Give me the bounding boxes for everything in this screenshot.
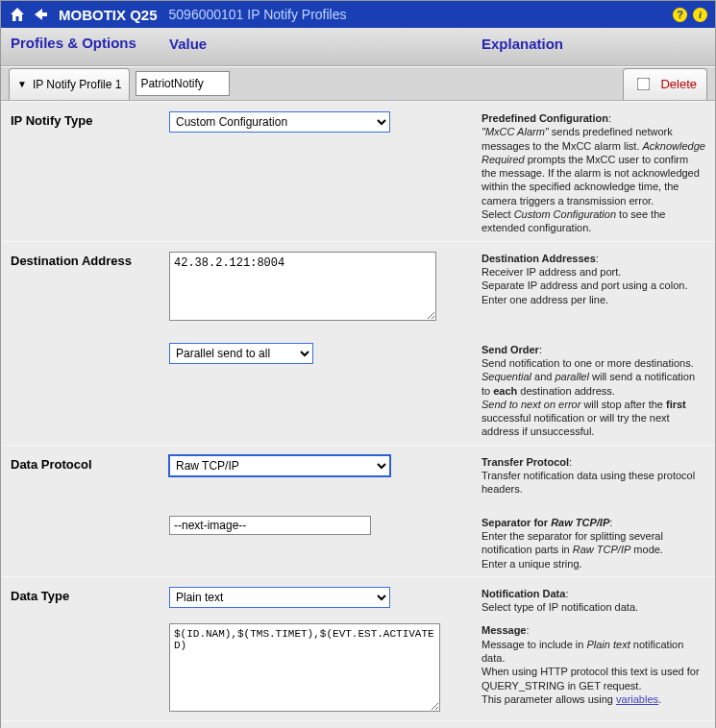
textarea-destination[interactable]: 42.38.2.121:8004 [169,252,436,321]
delete-checkbox[interactable] [637,78,651,91]
help-icon[interactable]: ? [673,8,687,22]
info-icon[interactable]: i [693,8,707,22]
row-destination: Destination Address 42.38.2.121:8004 Des… [1,241,715,329]
brand-title: MOBOTIX Q25 [59,7,158,23]
expl-ip-notify-type: Predefined Configuration: "MxCC Alarm" s… [481,111,705,235]
profile-tab-row: ▼ IP Notify Profile 1 Delete [1,66,715,101]
select-ip-notify-type[interactable]: Custom Configuration [169,111,390,133]
profile-tab-label: IP Notify Profile 1 [33,78,121,91]
label-data-type: Data Type [11,587,169,615]
label-data-protocol: Data Protocol [11,455,169,497]
select-send-order[interactable]: Parallel send to all [169,343,313,364]
select-data-type[interactable]: Plain text [169,587,390,608]
input-separator[interactable] [169,516,371,535]
back-icon[interactable] [32,7,49,22]
home-icon[interactable] [9,7,26,22]
row-send-order: Parallel send to all Send Order: Send no… [1,329,715,445]
form-body: IP Notify Type Custom Configuration Pred… [1,101,715,728]
row-data-protocol: Data Protocol Raw TCP/IP Transfer Protoc… [1,445,715,502]
expl-message: Message: Message to include in Plain tex… [481,623,705,715]
row-message: $(ID.NAM),$(TMS.TIMET),$(EVT.EST.ACTIVAT… [1,619,715,720]
col-header-value: Value [169,36,481,52]
select-data-protocol[interactable]: Raw TCP/IP [169,455,390,476]
row-data-type: Data Type Plain text Notification Data: … [1,576,715,620]
row-send-port: Send Port Port Number: Send a message fr… [1,720,715,728]
caret-down-icon: ▼ [17,79,27,89]
expl-separator: Separator for Raw TCP/IP: Enter the sepa… [481,506,705,570]
expl-send-order: Send Order: Send notification to one or … [481,333,705,439]
delete-label[interactable]: Delete [660,77,697,91]
row-separator: Separator for Raw TCP/IP: Enter the sepa… [1,502,715,576]
label-destination: Destination Address [11,252,169,324]
link-variables[interactable]: variables [616,693,658,705]
app-window: MOBOTIX Q25 5096000101 IP Notify Profile… [0,0,716,728]
expl-data-type: Notification Data: Select type of IP not… [481,587,705,615]
profile-name-input[interactable] [136,71,230,96]
delete-profile-box: Delete [623,68,707,100]
col-header-profiles: Profiles & Options [11,36,169,52]
titlebar: MOBOTIX Q25 5096000101 IP Notify Profile… [1,1,715,28]
page-title: 5096000101 IP Notify Profiles [169,7,347,22]
expl-data-protocol: Transfer Protocol: Transfer notification… [481,455,705,497]
col-header-explanation: Explanation [481,36,705,52]
row-ip-notify-type: IP Notify Type Custom Configuration Pred… [1,101,715,241]
label-ip-notify-type: IP Notify Type [11,111,169,235]
column-headers: Profiles & Options Value Explanation [1,28,715,66]
profile-tab[interactable]: ▼ IP Notify Profile 1 [9,68,130,100]
textarea-message[interactable]: $(ID.NAM),$(TMS.TIMET),$(EVT.EST.ACTIVAT… [169,623,440,712]
expl-destination: Destination Addresses: Receiver IP addre… [481,252,705,324]
